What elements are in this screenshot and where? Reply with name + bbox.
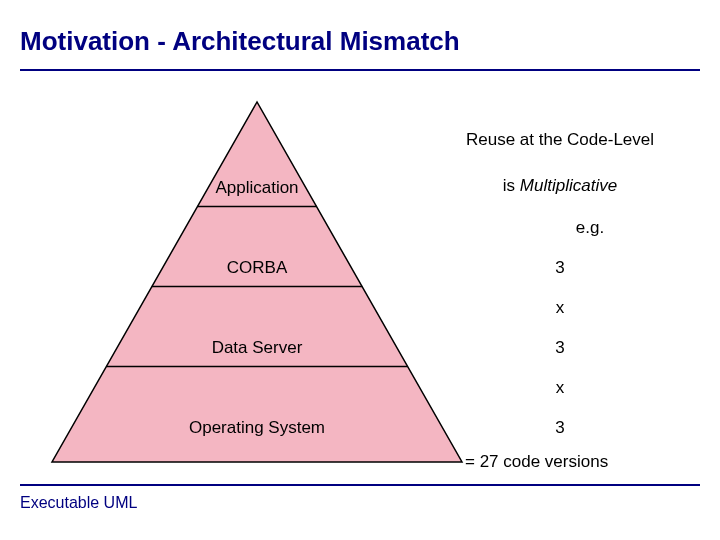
slide-title: Motivation - Architectural Mismatch	[20, 26, 700, 71]
factor-2: 3	[520, 338, 600, 358]
slide: Motivation - Architectural Mismatch Appl…	[0, 0, 720, 540]
reuse-subheading: is Multiplicative	[430, 176, 690, 196]
svg-marker-0	[52, 102, 462, 462]
reuse-heading: Reuse at the Code-Level	[430, 130, 690, 150]
multiply-2: x	[520, 378, 600, 398]
pyramid-layer-corba: CORBA	[42, 258, 472, 278]
pyramid-layer-os: Operating System	[42, 418, 472, 438]
pyramid-layer-dataserver: Data Server	[42, 338, 472, 358]
pyramid-layer-application: Application	[42, 178, 472, 198]
eg-label: e.g.	[550, 218, 630, 238]
footer-rule	[20, 484, 700, 486]
result-text: = 27 code versions	[465, 452, 705, 472]
reuse-sub-em: Multiplicative	[520, 176, 617, 195]
multiply-1: x	[520, 298, 600, 318]
factor-3: 3	[520, 418, 600, 438]
footer-text: Executable UML	[20, 494, 137, 512]
pyramid-diagram	[42, 92, 472, 472]
factor-1: 3	[520, 258, 600, 278]
reuse-sub-prefix: is	[503, 176, 520, 195]
